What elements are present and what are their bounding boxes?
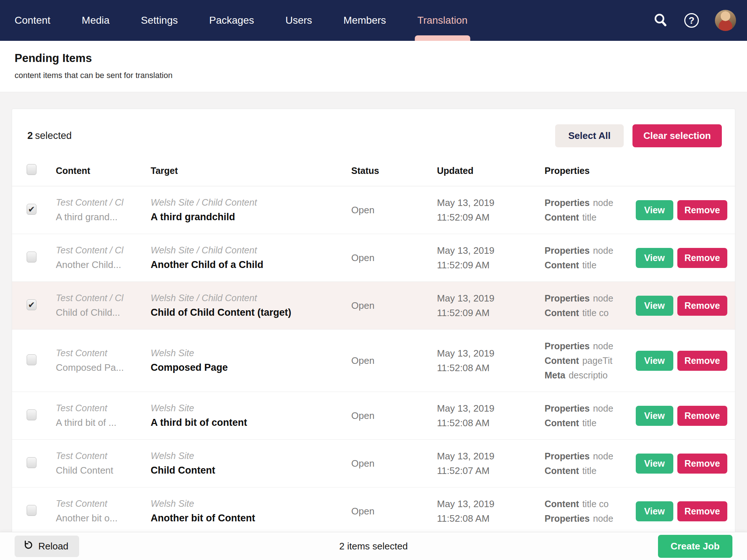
toolbar-buttons: Select All Clear selection <box>555 124 722 147</box>
reload-button[interactable]: Reload <box>15 536 79 557</box>
view-button[interactable]: View <box>636 200 673 220</box>
footer-bar: Reload 2 items selected Create Job <box>0 532 747 560</box>
table-row[interactable]: Test Content / Cl A third grand... Welsh… <box>12 186 735 234</box>
row-actions: View Remove <box>636 200 735 220</box>
content-name: A third grand... <box>56 209 144 225</box>
page-title: Pending Items <box>15 52 732 65</box>
property-label: Properties <box>545 198 590 208</box>
updated-date: May 13, 2019 <box>437 195 538 210</box>
selected-count-number: 2 <box>27 130 33 141</box>
nav-item-users[interactable]: Users <box>285 0 312 41</box>
property-value: node <box>593 245 614 256</box>
property-label: Properties <box>545 341 590 351</box>
table-row[interactable]: Test Content A third bit of ... Welsh Si… <box>12 392 735 440</box>
remove-button[interactable]: Remove <box>677 248 727 268</box>
table-row[interactable]: Test Content Another bit o... Welsh Site… <box>12 487 735 534</box>
nav-item-translation[interactable]: Translation <box>417 0 467 41</box>
target-cell: Welsh Site A third bit of content <box>151 401 351 430</box>
updated-time: 11:52:08 AM <box>437 416 538 430</box>
property-value: pageTit <box>582 355 612 366</box>
property-label: Content <box>545 212 579 222</box>
remove-button[interactable]: Remove <box>677 406 727 426</box>
reload-icon <box>23 540 34 553</box>
table-row[interactable]: Test Content / Cl Another Child... Welsh… <box>12 234 735 282</box>
row-checkbox[interactable] <box>27 354 36 365</box>
property-line: Metadescriptio <box>545 368 629 382</box>
property-line: Contenttitle co <box>545 306 629 320</box>
updated-date: May 13, 2019 <box>437 243 538 258</box>
nav-item-content[interactable]: Content <box>15 0 50 41</box>
row-checkbox[interactable] <box>27 299 36 310</box>
remove-button[interactable]: Remove <box>677 501 727 521</box>
property-label: Content <box>545 355 579 366</box>
property-value: node <box>593 293 614 303</box>
page-subtitle: content items that can be sent for trans… <box>15 71 732 80</box>
remove-button[interactable]: Remove <box>677 351 727 371</box>
table-row[interactable]: Test Content / Cl Child of Child... Wels… <box>12 282 735 330</box>
help-button[interactable]: ? <box>684 13 699 28</box>
property-value: node <box>593 341 614 351</box>
nav-item-settings[interactable]: Settings <box>141 0 178 41</box>
page-header: Pending Items content items that can be … <box>0 41 747 92</box>
column-header-status: Status <box>351 166 437 176</box>
reload-label: Reload <box>38 541 68 552</box>
updated-time: 11:52:08 AM <box>437 361 538 375</box>
updated-time: 11:52:08 AM <box>437 511 538 526</box>
select-all-checkbox[interactable] <box>27 164 36 175</box>
table-row[interactable]: Test Content Child Content Welsh Site Ch… <box>12 440 735 487</box>
view-button[interactable]: View <box>636 248 673 268</box>
content-cell: Test Content / Cl A third grand... <box>56 195 151 225</box>
content-name: Composed Pa... <box>56 360 144 375</box>
user-avatar[interactable] <box>715 10 736 31</box>
property-label: Content <box>545 466 579 476</box>
property-line: Propertiesnode <box>545 449 629 463</box>
clear-selection-button[interactable]: Clear selection <box>632 124 722 147</box>
property-value: descriptio <box>569 370 608 380</box>
target-name: A third grandchild <box>151 209 345 225</box>
table-row[interactable]: Test Content Composed Pa... Welsh Site C… <box>12 330 735 392</box>
updated-time: 11:52:09 AM <box>437 258 538 272</box>
status-value: Open <box>351 355 375 366</box>
view-button[interactable]: View <box>636 351 673 371</box>
view-button[interactable]: View <box>636 501 673 521</box>
content-name: Child Content <box>56 463 144 478</box>
content-path: Test Content <box>56 346 144 360</box>
property-line: Propertiesnode <box>545 401 629 416</box>
nav-item-label: Users <box>285 15 312 26</box>
row-checkbox[interactable] <box>27 505 36 516</box>
updated-date: May 13, 2019 <box>437 401 538 416</box>
property-line: Contenttitle <box>545 463 629 478</box>
row-checkbox[interactable] <box>27 457 36 468</box>
row-checkbox[interactable] <box>27 409 36 420</box>
property-line: Propertiesnode <box>545 511 629 526</box>
row-checkbox[interactable] <box>27 252 36 262</box>
content-cell: Test Content Composed Pa... <box>56 346 151 375</box>
remove-button[interactable]: Remove <box>677 454 727 474</box>
remove-button[interactable]: Remove <box>677 200 727 220</box>
row-actions: View Remove <box>636 406 735 426</box>
row-checkbox[interactable] <box>27 204 36 215</box>
content-path: Test Content / Cl <box>56 243 144 257</box>
nav-item-members[interactable]: Members <box>344 0 386 41</box>
navbar-right: ? <box>653 0 736 41</box>
target-name: Child of Child Content (target) <box>151 305 345 320</box>
updated-date: May 13, 2019 <box>437 346 538 361</box>
content-cell: Test Content A third bit of ... <box>56 401 151 430</box>
nav-item-media[interactable]: Media <box>82 0 109 41</box>
nav-item-label: Translation <box>417 15 467 26</box>
view-button[interactable]: View <box>636 454 673 474</box>
column-header-properties: Properties <box>545 166 636 176</box>
create-job-button[interactable]: Create Job <box>658 535 732 558</box>
select-all-button[interactable]: Select All <box>555 124 624 147</box>
nav-item-packages[interactable]: Packages <box>209 0 254 41</box>
content-name: Another bit o... <box>56 510 144 526</box>
property-line: Contenttitle <box>545 416 629 430</box>
property-value: title <box>582 418 596 428</box>
property-line: Propertiesnode <box>545 339 629 353</box>
remove-button[interactable]: Remove <box>677 296 727 316</box>
pending-items-card: 2selected Select All Clear selection Con… <box>12 109 735 534</box>
view-button[interactable]: View <box>636 296 673 316</box>
search-button[interactable] <box>653 12 668 29</box>
view-button[interactable]: View <box>636 406 673 426</box>
property-label: Meta <box>545 370 565 380</box>
